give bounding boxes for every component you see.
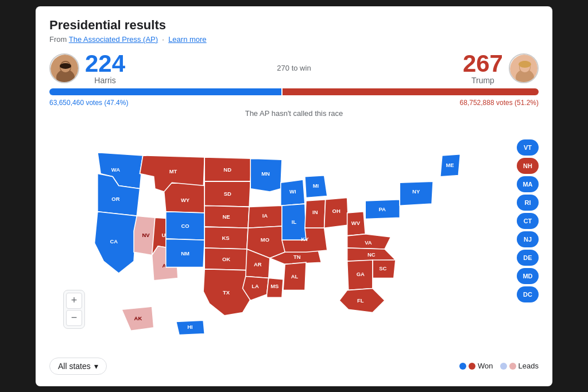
svg-text:IL: IL: [292, 218, 297, 224]
svg-text:VA: VA: [365, 239, 372, 245]
trump-name: Trump: [463, 76, 503, 85]
ap-notice: The AP hasn't called this race: [49, 109, 539, 118]
harris-electoral: 224: [85, 52, 125, 76]
chevron-down-icon: ▾: [94, 362, 98, 371]
main-card: Presidential results From The Associated…: [36, 6, 552, 386]
bottom-bar: All states ▾ Won Leads: [49, 358, 539, 375]
md-pill: MD: [517, 268, 539, 284]
source-line: From The Associated Press (AP) · Learn m…: [49, 35, 539, 44]
dc-pill: DC: [517, 286, 539, 302]
svg-text:NC: NC: [368, 251, 376, 257]
page-title: Presidential results: [49, 18, 539, 33]
trump-block: 267 Trump: [463, 52, 539, 85]
svg-text:MI: MI: [313, 182, 319, 188]
votes-row: 63,650,460 votes (47.4%) 68,752,888 vote…: [49, 99, 539, 107]
electoral-map: WA OR CA NV ID UT AZ MT WY: [49, 122, 539, 352]
trump-bar: [283, 88, 539, 95]
svg-text:IA: IA: [262, 212, 268, 219]
svg-text:CA: CA: [110, 238, 118, 244]
trump-votes-block: 267 Trump: [463, 52, 503, 85]
zoom-out-button[interactable]: −: [66, 310, 82, 326]
svg-text:KY: KY: [301, 236, 309, 242]
svg-text:KS: KS: [222, 235, 229, 241]
harris-vote-count: 63,650,460 votes (47.4%): [49, 99, 128, 107]
legend-won-label: Won: [478, 362, 493, 370]
legend-leads-item: Leads: [500, 362, 539, 370]
svg-text:IN: IN: [312, 209, 318, 215]
svg-text:HI: HI: [187, 324, 192, 330]
svg-text:WI: WI: [289, 188, 296, 195]
legend-leads-label: Leads: [519, 362, 539, 370]
de-pill: DE: [517, 250, 539, 266]
nh-pill: NH: [517, 158, 539, 174]
svg-text:MN: MN: [261, 170, 270, 176]
learn-more-link[interactable]: Learn more: [168, 35, 206, 44]
svg-text:AK: AK: [134, 315, 142, 321]
vt-pill: VT: [517, 139, 539, 156]
source-prefix: From: [49, 35, 69, 44]
map-area: WA OR CA NV ID UT AZ MT WY: [49, 122, 539, 352]
svg-text:AR: AR: [254, 261, 262, 267]
svg-text:MT: MT: [169, 168, 177, 174]
svg-text:FL: FL: [357, 297, 364, 303]
all-states-button[interactable]: All states ▾: [49, 358, 107, 375]
harris-avatar: [49, 53, 79, 83]
svg-text:ND: ND: [223, 166, 231, 173]
progress-bar: [49, 88, 539, 95]
legend-red-dot: [469, 363, 475, 370]
all-states-label: All states: [58, 362, 91, 371]
svg-point-4: [60, 63, 71, 69]
ne-states-column: VT NH MA RI CT NJ DE MD DC: [517, 139, 539, 302]
svg-text:SC: SC: [379, 265, 386, 271]
harris-block: 224 Harris: [49, 52, 125, 85]
svg-text:ME: ME: [446, 161, 454, 168]
svg-text:PA: PA: [378, 205, 386, 212]
svg-text:WA: WA: [111, 166, 120, 173]
bar-divider: [281, 86, 283, 98]
nj-pill: NJ: [517, 231, 539, 247]
candidates-row: 224 Harris 270 to win 267 Trump: [49, 52, 539, 85]
svg-text:TN: TN: [293, 253, 301, 259]
svg-text:NM: NM: [181, 250, 189, 256]
ct-pill: CT: [517, 213, 539, 229]
svg-text:WV: WV: [351, 219, 361, 226]
legend: Won Leads: [459, 362, 539, 370]
ap-link[interactable]: The Associated Press (AP): [69, 35, 158, 44]
harris-name: Harris: [85, 76, 125, 85]
svg-text:NE: NE: [223, 214, 230, 220]
zoom-controls: + −: [63, 290, 85, 329]
svg-text:AL: AL: [291, 273, 299, 279]
ma-pill: MA: [517, 176, 539, 192]
legend-blue-dot: [459, 363, 466, 370]
harris-bar: [49, 88, 281, 95]
svg-text:SD: SD: [224, 191, 231, 197]
svg-text:WY: WY: [181, 196, 190, 203]
svg-text:CO: CO: [181, 223, 189, 229]
svg-text:OK: OK: [222, 256, 230, 262]
svg-text:NY: NY: [412, 188, 420, 195]
zoom-in-button[interactable]: +: [66, 293, 82, 309]
trump-electoral: 267: [463, 52, 503, 76]
svg-text:MO: MO: [261, 236, 269, 243]
center-label: 270 to win: [277, 64, 311, 72]
trump-vote-count: 68,752,888 votes (51.2%): [460, 99, 539, 107]
svg-text:LA: LA: [252, 283, 259, 289]
svg-point-9: [519, 61, 531, 68]
svg-text:OR: OR: [111, 195, 119, 201]
legend-light-blue-dot: [500, 363, 507, 370]
svg-text:GA: GA: [357, 271, 365, 277]
trump-avatar: [509, 53, 539, 83]
svg-text:MS: MS: [270, 283, 278, 289]
legend-won-item: Won: [459, 362, 493, 370]
legend-light-red-dot: [509, 363, 516, 370]
svg-text:TX: TX: [223, 289, 230, 295]
ri-pill: RI: [517, 195, 539, 211]
svg-text:OH: OH: [332, 207, 341, 214]
svg-text:NV: NV: [142, 232, 150, 238]
harris-votes-block: 224 Harris: [85, 52, 125, 85]
